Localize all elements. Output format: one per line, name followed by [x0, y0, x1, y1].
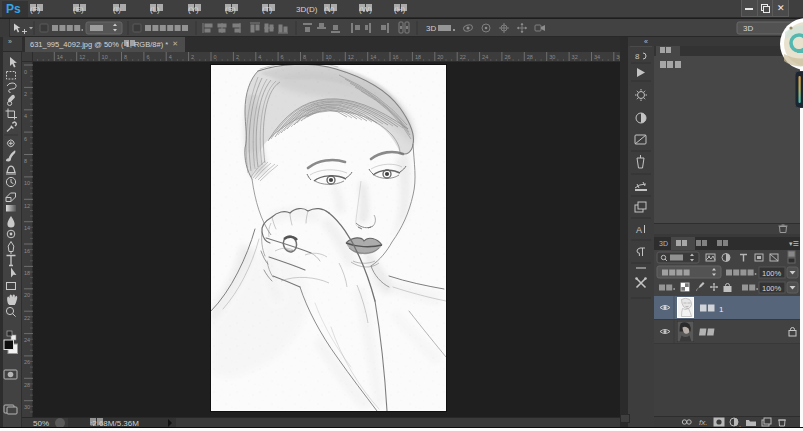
svg-text:4: 4 [24, 113, 27, 119]
svg-text:14: 14 [57, 54, 63, 60]
svg-text:22: 22 [24, 315, 30, 321]
svg-text:28: 28 [527, 54, 533, 60]
svg-text:32: 32 [572, 54, 578, 60]
svg-text:8: 8 [24, 158, 27, 164]
svg-text:2: 2 [24, 91, 27, 97]
svg-text:20: 20 [437, 54, 443, 60]
svg-text:8: 8 [124, 54, 127, 60]
svg-text:0: 0 [214, 54, 217, 60]
svg-text:4: 4 [258, 54, 261, 60]
svg-text:24: 24 [482, 54, 488, 60]
svg-text:30: 30 [24, 404, 30, 410]
svg-text:20: 20 [24, 292, 30, 298]
svg-text:2: 2 [191, 54, 194, 60]
svg-text:fx.: fx. [699, 418, 707, 427]
svg-text:A: A [636, 225, 642, 235]
svg-text:6: 6 [24, 136, 27, 142]
svg-text:16: 16 [393, 54, 399, 60]
svg-text:6: 6 [281, 54, 284, 60]
svg-text:6: 6 [146, 54, 149, 60]
svg-text:3D: 3D [426, 24, 436, 33]
svg-text:2: 2 [236, 54, 239, 60]
svg-text:8: 8 [303, 54, 306, 60]
svg-text:100%: 100% [762, 269, 782, 278]
svg-text:18: 18 [415, 54, 421, 60]
svg-text:1: 1 [719, 305, 724, 314]
svg-text:12: 12 [24, 203, 30, 209]
svg-text:16: 16 [24, 248, 30, 254]
svg-text:12: 12 [79, 54, 85, 60]
svg-text:100%: 100% [762, 284, 782, 293]
svg-text:22: 22 [460, 54, 466, 60]
svg-text:10: 10 [24, 180, 30, 186]
svg-text:26: 26 [504, 54, 510, 60]
svg-text:14: 14 [24, 225, 30, 231]
svg-text:10: 10 [102, 54, 108, 60]
svg-text:34: 34 [594, 54, 600, 60]
svg-text:18: 18 [24, 270, 30, 276]
svg-text:24: 24 [24, 337, 30, 343]
svg-text:8: 8 [635, 52, 640, 61]
svg-text:10: 10 [325, 54, 331, 60]
svg-text:14: 14 [370, 54, 376, 60]
svg-text:30: 30 [549, 54, 555, 60]
svg-text:3D: 3D [743, 24, 753, 33]
svg-text:4: 4 [169, 54, 172, 60]
svg-text:28: 28 [24, 382, 30, 388]
svg-text:26: 26 [24, 359, 30, 365]
svg-text:0: 0 [24, 69, 27, 75]
svg-text:12: 12 [348, 54, 354, 60]
